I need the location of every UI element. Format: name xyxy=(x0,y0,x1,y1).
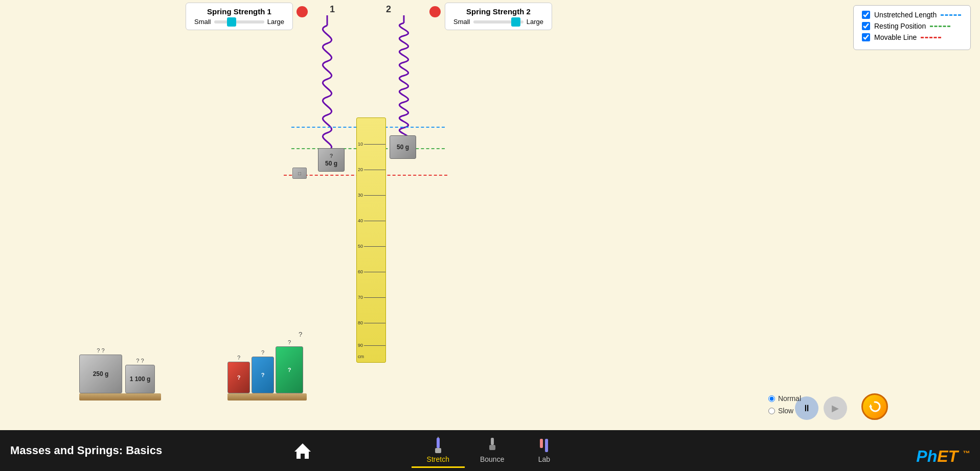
legend-unstretched-line xyxy=(941,14,961,16)
legend-movable: Movable Line xyxy=(862,33,962,41)
mass-blue-question: ? xyxy=(261,349,264,356)
shelf1-masses: ? ? 250 g ? ? 1 100 g xyxy=(79,347,161,393)
ruler: 10 20 30 40 50 60 70 xyxy=(356,117,386,363)
shelf1-group: ? ? 250 g ? ? 1 100 g xyxy=(79,347,161,401)
ruler-20: 20 xyxy=(357,167,385,172)
spring2-coil xyxy=(383,15,424,148)
spring1-path xyxy=(323,26,331,158)
mass-green[interactable]: ? ? xyxy=(276,339,303,393)
step-button[interactable]: ▶ xyxy=(824,396,847,420)
phet-logo[interactable]: PhET ™ xyxy=(916,447,970,466)
spring1-slider-track[interactable] xyxy=(214,20,264,23)
speed-slow-radio[interactable] xyxy=(768,408,775,414)
spring-strength-1-panel: Spring Strength 1 Small Large xyxy=(186,3,293,30)
tab-lab[interactable]: Lab xyxy=(519,434,568,468)
weight2-label: 50 g xyxy=(397,144,409,151)
ruler-50: 50 xyxy=(357,244,385,249)
spring2-slider-thumb[interactable] xyxy=(511,17,520,27)
spring2-column-label: 2 xyxy=(386,4,391,15)
phet-logo-ph: Ph xyxy=(916,447,937,465)
speed-normal-option: Normal xyxy=(768,394,801,403)
home-button[interactable] xyxy=(291,439,314,462)
playback-controls: ⏸ ▶ xyxy=(795,396,847,420)
shelf2-masses: ? ? ? ? ? ? xyxy=(227,339,307,393)
svg-marker-3 xyxy=(294,443,311,459)
weight1-question: ? xyxy=(330,153,333,159)
ruler-cm: cm xyxy=(357,354,385,359)
reset-icon xyxy=(868,400,881,413)
weight-spring1[interactable]: ? 50 g xyxy=(318,148,345,172)
mass-red-question: ? xyxy=(237,355,240,361)
legend-unstretched: Unstretched Length xyxy=(862,11,962,19)
spring2-anchor xyxy=(429,6,441,17)
spring2-small-label: Small xyxy=(453,18,470,26)
ruler-30: 30 xyxy=(357,193,385,198)
spring1-anchor xyxy=(297,6,308,17)
spring-strength-2-panel: Spring Strength 2 Small Large xyxy=(445,3,552,30)
mass-100g-question: ? ? xyxy=(136,358,144,364)
speed-slow-label: Slow xyxy=(778,407,793,415)
speed-normal-radio[interactable] xyxy=(768,395,775,402)
tab-stretch[interactable]: Stretch xyxy=(412,434,465,468)
spring1-slider-thumb[interactable] xyxy=(227,17,236,27)
mystery-hanging-box[interactable]: □ xyxy=(292,168,307,179)
spring1-large-label: Large xyxy=(267,18,284,26)
reset-button[interactable] xyxy=(861,393,888,420)
legend-movable-line xyxy=(921,37,941,38)
tab-stretch-label: Stretch xyxy=(427,455,449,463)
mass-red-block: ? xyxy=(227,362,250,393)
spring2-path xyxy=(399,23,408,148)
legend-panel: Unstretched Length Resting Position Mova… xyxy=(853,5,971,50)
reset-button-container xyxy=(861,393,888,420)
speed-controls: Normal Slow xyxy=(768,394,801,415)
mass-100g-label: 1 100 g xyxy=(130,375,151,383)
ruler-80: 80 xyxy=(357,320,385,325)
legend-unstretched-label: Unstretched Length xyxy=(874,11,937,19)
mass-blue-block: ? xyxy=(252,357,274,393)
spring1-small-label: Small xyxy=(194,18,211,26)
shelf1-platform xyxy=(79,393,161,401)
stretch-tab-icon xyxy=(429,437,447,455)
speed-normal-label: Normal xyxy=(778,394,801,403)
legend-resting-line xyxy=(930,26,950,27)
mass-green-question: ? xyxy=(288,339,291,345)
mass-green-block: ? xyxy=(276,346,303,393)
svg-rect-8 xyxy=(489,445,495,450)
phet-logo-t: T xyxy=(948,447,959,465)
weight-spring2[interactable]: 50 g xyxy=(390,135,416,159)
legend-movable-label: Movable Line xyxy=(874,33,917,41)
spring-strength-2-title: Spring Strength 2 xyxy=(453,7,543,16)
mass-250g-label: 250 g xyxy=(93,370,109,378)
nav-tabs: Stretch Bounce Lab xyxy=(412,434,569,468)
phet-logo-trademark: ™ xyxy=(963,449,970,457)
spring2-large-label: Large xyxy=(527,18,543,26)
mass-red-label: ? xyxy=(237,374,241,381)
phet-logo-e: E xyxy=(937,447,948,465)
tab-bounce[interactable]: Bounce xyxy=(465,434,519,468)
speed-slow-option: Slow xyxy=(768,407,801,415)
mass-100g[interactable]: ? ? 1 100 g xyxy=(125,358,155,393)
ruler-70: 70 xyxy=(357,295,385,300)
weight1-label: 50 g xyxy=(325,160,337,167)
shelf2-group: ? ? ? ? ? ? ? xyxy=(227,331,307,401)
ruler-40: 40 xyxy=(357,218,385,223)
legend-unstretched-checkbox[interactable] xyxy=(862,11,870,19)
svg-rect-9 xyxy=(540,439,543,448)
ruler-body: 10 20 30 40 50 60 70 xyxy=(357,118,385,362)
mass-blue[interactable]: ? ? xyxy=(252,349,274,393)
tab-lab-label: Lab xyxy=(538,455,550,463)
spring2-slider-track[interactable] xyxy=(473,20,523,23)
mystery-box-icon: □ xyxy=(298,171,301,176)
ruler-60: 60 xyxy=(357,269,385,274)
spring-strength-1-title: Spring Strength 1 xyxy=(194,7,284,16)
legend-movable-checkbox[interactable] xyxy=(862,33,870,41)
lab-tab-icon xyxy=(535,437,553,455)
mass-250g[interactable]: ? ? 250 g xyxy=(79,347,122,393)
spring1-column-label: 1 xyxy=(330,4,335,15)
legend-resting-checkbox[interactable] xyxy=(862,22,870,30)
ruler-90: 90 xyxy=(357,343,385,348)
bottom-nav: Masses and Springs: Basics Stretch Bounc… xyxy=(0,430,980,471)
mass-blue-label: ? xyxy=(261,372,265,378)
mass-red[interactable]: ? ? xyxy=(227,355,250,393)
mass-100g-block: 1 100 g xyxy=(125,365,155,393)
